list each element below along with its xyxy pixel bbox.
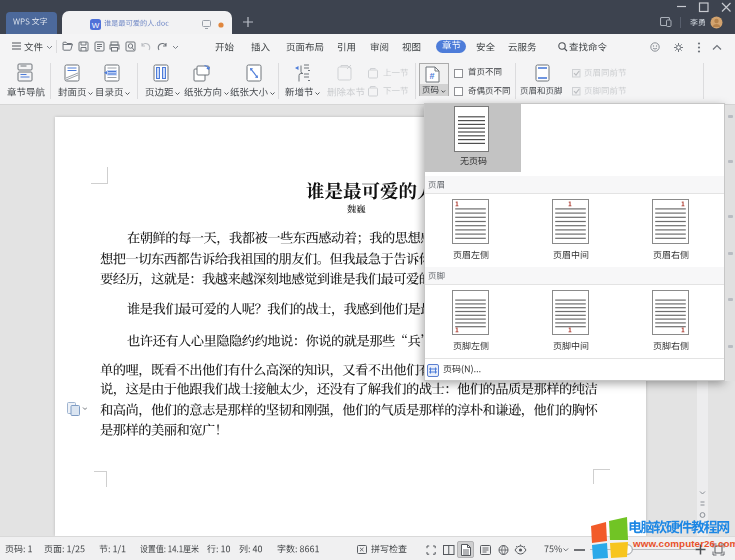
svg-text:W: W <box>92 20 100 29</box>
svg-text:#: # <box>429 71 434 81</box>
